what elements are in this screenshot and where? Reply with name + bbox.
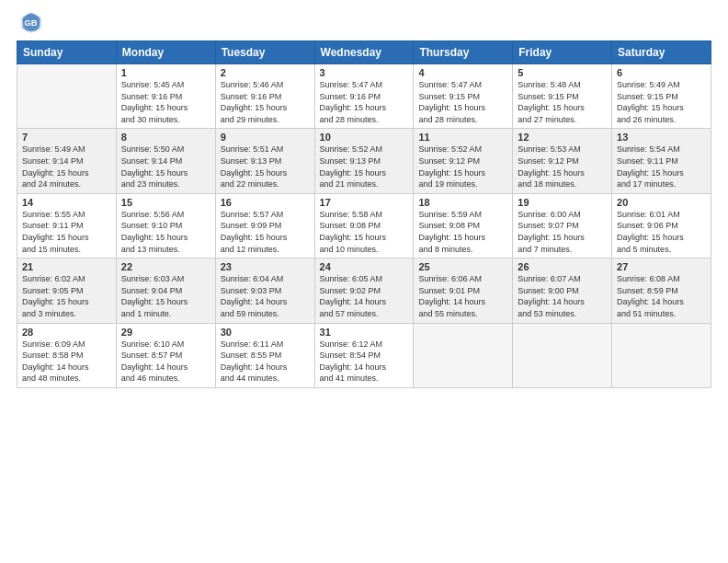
column-header-monday: Monday [116,41,215,64]
week-row-5: 28Sunrise: 6:09 AMSunset: 8:58 PMDayligh… [17,323,711,387]
day-number: 31 [320,327,409,338]
day-info: Sunrise: 6:04 AMSunset: 9:03 PMDaylight:… [221,273,310,319]
day-info: Sunrise: 6:11 AMSunset: 8:55 PMDaylight:… [221,339,310,385]
day-cell: 21Sunrise: 6:02 AMSunset: 9:05 PMDayligh… [17,259,117,323]
day-info: Sunrise: 5:52 AMSunset: 9:13 PMDaylight:… [320,144,409,190]
day-info: Sunrise: 6:09 AMSunset: 8:58 PMDaylight:… [22,339,111,385]
day-cell: 27Sunrise: 6:08 AMSunset: 8:59 PMDayligh… [612,259,711,323]
day-cell [513,323,612,387]
day-number: 25 [418,261,507,272]
day-number: 23 [221,261,310,272]
day-cell: 3Sunrise: 5:47 AMSunset: 9:16 PMDaylight… [314,64,414,129]
day-cell: 31Sunrise: 6:12 AMSunset: 8:54 PMDayligh… [314,323,414,387]
day-info: Sunrise: 6:08 AMSunset: 8:59 PMDaylight:… [617,273,706,319]
day-cell: 19Sunrise: 6:00 AMSunset: 9:07 PMDayligh… [513,193,612,258]
day-number: 6 [617,67,706,78]
day-info: Sunrise: 5:52 AMSunset: 9:12 PMDaylight:… [418,144,507,190]
day-info: Sunrise: 6:02 AMSunset: 9:05 PMDaylight:… [22,273,111,319]
page: GB SundayMondayTuesdayWednesdayThursdayF… [0,0,728,563]
day-number: 16 [221,197,310,208]
column-header-sunday: Sunday [17,41,117,64]
day-cell [414,323,513,387]
day-cell: 14Sunrise: 5:55 AMSunset: 9:11 PMDayligh… [17,193,117,258]
column-header-thursday: Thursday [414,41,513,64]
day-number: 15 [121,197,210,208]
day-cell: 30Sunrise: 6:11 AMSunset: 8:55 PMDayligh… [215,323,314,387]
day-number: 14 [22,197,111,208]
day-number: 12 [518,132,607,143]
calendar: SundayMondayTuesdayWednesdayThursdayFrid… [17,40,711,388]
column-header-wednesday: Wednesday [314,41,414,64]
week-row-2: 7Sunrise: 5:49 AMSunset: 9:14 PMDaylight… [17,129,711,193]
day-number: 22 [121,261,210,272]
day-number: 27 [617,261,706,272]
day-info: Sunrise: 5:51 AMSunset: 9:13 PMDaylight:… [221,144,310,190]
day-number: 7 [22,132,111,143]
day-info: Sunrise: 5:47 AMSunset: 9:16 PMDaylight:… [320,79,409,125]
day-number: 26 [518,261,607,272]
day-info: Sunrise: 6:03 AMSunset: 9:04 PMDaylight:… [121,273,210,319]
day-cell: 12Sunrise: 5:53 AMSunset: 9:12 PMDayligh… [513,129,612,193]
day-number: 2 [221,67,310,78]
column-header-saturday: Saturday [612,41,711,64]
day-info: Sunrise: 5:50 AMSunset: 9:14 PMDaylight:… [121,144,210,190]
day-info: Sunrise: 6:10 AMSunset: 8:57 PMDaylight:… [121,339,210,385]
day-info: Sunrise: 6:07 AMSunset: 9:00 PMDaylight:… [518,273,607,319]
day-number: 9 [221,132,310,143]
day-cell: 25Sunrise: 6:06 AMSunset: 9:01 PMDayligh… [414,259,513,323]
day-cell: 2Sunrise: 5:46 AMSunset: 9:16 PMDaylight… [215,64,314,129]
day-cell: 11Sunrise: 5:52 AMSunset: 9:12 PMDayligh… [414,129,513,193]
day-info: Sunrise: 5:49 AMSunset: 9:15 PMDaylight:… [617,79,706,125]
day-cell: 6Sunrise: 5:49 AMSunset: 9:15 PMDaylight… [612,64,711,129]
day-number: 5 [518,67,607,78]
day-cell [612,323,711,387]
day-cell: 15Sunrise: 5:56 AMSunset: 9:10 PMDayligh… [116,193,215,258]
day-info: Sunrise: 6:00 AMSunset: 9:07 PMDaylight:… [518,209,607,255]
day-info: Sunrise: 5:49 AMSunset: 9:14 PMDaylight:… [22,144,111,190]
day-cell: 20Sunrise: 6:01 AMSunset: 9:06 PMDayligh… [612,193,711,258]
day-cell: 13Sunrise: 5:54 AMSunset: 9:11 PMDayligh… [612,129,711,193]
day-cell: 24Sunrise: 6:05 AMSunset: 9:02 PMDayligh… [314,259,414,323]
day-cell: 4Sunrise: 5:47 AMSunset: 9:15 PMDaylight… [414,64,513,129]
day-number: 1 [121,67,210,78]
day-number: 13 [617,132,706,143]
logo-icon: GB [18,9,44,35]
day-info: Sunrise: 6:05 AMSunset: 9:02 PMDaylight:… [320,273,409,319]
day-number: 20 [617,197,706,208]
logo: GB [17,9,46,35]
day-number: 17 [320,197,409,208]
day-cell: 18Sunrise: 5:59 AMSunset: 9:08 PMDayligh… [414,193,513,258]
day-cell: 28Sunrise: 6:09 AMSunset: 8:58 PMDayligh… [17,323,117,387]
day-cell [17,64,117,129]
day-number: 30 [221,327,310,338]
day-number: 28 [22,327,111,338]
day-info: Sunrise: 5:54 AMSunset: 9:11 PMDaylight:… [617,144,706,190]
day-info: Sunrise: 5:47 AMSunset: 9:15 PMDaylight:… [418,79,507,125]
week-row-4: 21Sunrise: 6:02 AMSunset: 9:05 PMDayligh… [17,259,711,323]
day-info: Sunrise: 5:53 AMSunset: 9:12 PMDaylight:… [518,144,607,190]
day-cell: 7Sunrise: 5:49 AMSunset: 9:14 PMDaylight… [17,129,117,193]
day-info: Sunrise: 5:56 AMSunset: 9:10 PMDaylight:… [121,209,210,255]
week-row-3: 14Sunrise: 5:55 AMSunset: 9:11 PMDayligh… [17,193,711,258]
day-cell: 29Sunrise: 6:10 AMSunset: 8:57 PMDayligh… [116,323,215,387]
day-cell: 16Sunrise: 5:57 AMSunset: 9:09 PMDayligh… [215,193,314,258]
day-info: Sunrise: 6:12 AMSunset: 8:54 PMDaylight:… [320,339,409,385]
day-cell: 8Sunrise: 5:50 AMSunset: 9:14 PMDaylight… [116,129,215,193]
day-number: 18 [418,197,507,208]
day-info: Sunrise: 5:57 AMSunset: 9:09 PMDaylight:… [221,209,310,255]
day-number: 3 [320,67,409,78]
day-cell: 23Sunrise: 6:04 AMSunset: 9:03 PMDayligh… [215,259,314,323]
day-number: 29 [121,327,210,338]
day-number: 11 [418,132,507,143]
header: GB [17,9,711,35]
day-cell: 9Sunrise: 5:51 AMSunset: 9:13 PMDaylight… [215,129,314,193]
day-number: 10 [320,132,409,143]
day-info: Sunrise: 5:58 AMSunset: 9:08 PMDaylight:… [320,209,409,255]
day-cell: 22Sunrise: 6:03 AMSunset: 9:04 PMDayligh… [116,259,215,323]
day-info: Sunrise: 6:01 AMSunset: 9:06 PMDaylight:… [617,209,706,255]
day-cell: 5Sunrise: 5:48 AMSunset: 9:15 PMDaylight… [513,64,612,129]
week-row-1: 1Sunrise: 5:45 AMSunset: 9:16 PMDaylight… [17,64,711,129]
column-header-friday: Friday [513,41,612,64]
column-header-tuesday: Tuesday [215,41,314,64]
day-info: Sunrise: 5:55 AMSunset: 9:11 PMDaylight:… [22,209,111,255]
